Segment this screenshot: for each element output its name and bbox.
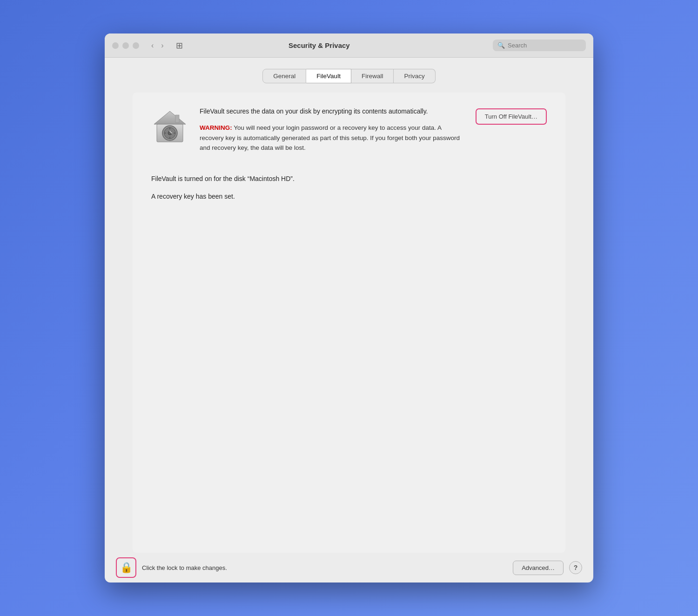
filevault-disk-status: FileVault is turned on for the disk “Mac… [151,174,547,184]
filevault-panel: FileVault secures the data on your disk … [133,93,565,553]
window-title: Security & Privacy [151,41,487,49]
lock-label: Click the lock to make changes. [142,564,507,571]
traffic-lights [112,42,139,49]
help-button[interactable]: ? [569,561,582,574]
lock-button[interactable]: 🔒 [116,557,136,578]
tab-firewall[interactable]: Firewall [351,69,394,83]
tab-general[interactable]: General [262,69,306,83]
bottom-bar: 🔒 Click the lock to make changes. Advanc… [105,553,593,583]
filevault-description: FileVault secures the data on your disk … [200,107,464,116]
advanced-button[interactable]: Advanced… [513,561,564,575]
tab-bar: General FileVault Firewall Privacy [105,69,593,83]
close-button[interactable] [112,42,119,49]
warning-body: You will need your login password or a r… [200,124,460,151]
svg-marker-0 [154,111,186,124]
lock-icon: 🔒 [120,562,133,574]
svg-rect-1 [175,115,179,122]
maximize-button[interactable] [133,42,139,49]
filevault-description-block: FileVault secures the data on your disk … [200,107,464,153]
filevault-icon [151,108,188,146]
turn-off-filevault-button[interactable]: Turn Off FileVault… [476,108,547,125]
tab-privacy[interactable]: Privacy [394,69,435,83]
minimize-button[interactable] [122,42,129,49]
search-input[interactable] [508,42,581,49]
main-window: ‹ › ⊞ Security & Privacy 🔍 General FileV… [105,33,593,583]
search-bar[interactable]: 🔍 [493,40,586,51]
tab-filevault[interactable]: FileVault [306,69,351,83]
filevault-warning: WARNING: You will need your login passwo… [200,123,464,153]
filevault-recovery-status: A recovery key has been set. [151,191,547,201]
content-area: General FileVault Firewall Privacy [105,58,593,553]
warning-label: WARNING: [200,124,232,131]
search-icon: 🔍 [497,42,505,49]
filevault-top-section: FileVault secures the data on your disk … [151,107,547,153]
titlebar: ‹ › ⊞ Security & Privacy 🔍 [105,33,593,58]
